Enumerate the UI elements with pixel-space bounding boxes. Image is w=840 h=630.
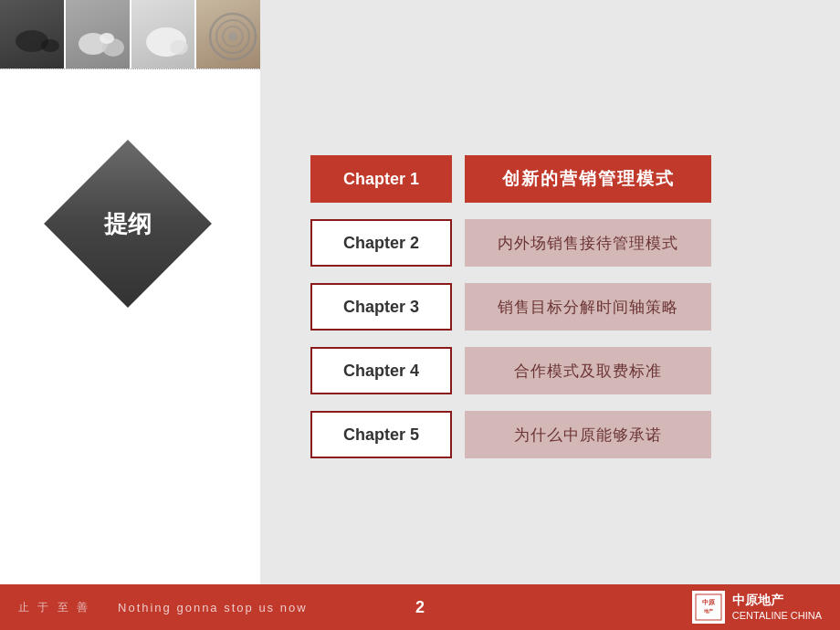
svg-point-6 bbox=[170, 40, 188, 55]
chapter-2-label[interactable]: Chapter 2 bbox=[310, 219, 452, 267]
logo-icon: 中原 地产 bbox=[692, 591, 725, 624]
chapter-3-desc: 销售目标分解时间轴策略 bbox=[465, 283, 711, 331]
chapter-2-desc: 内外场销售接待管理模式 bbox=[465, 219, 711, 267]
logo-text: 中原地产 CENTALINE CHINA bbox=[732, 592, 822, 624]
header-img-4 bbox=[196, 0, 260, 68]
footer-motto: 止 于 至 善 bbox=[18, 600, 90, 615]
header-strip bbox=[0, 0, 260, 68]
diamond-label: 提纲 bbox=[104, 208, 152, 240]
chapter-row-4[interactable]: Chapter 4 合作模式及取费标准 bbox=[310, 347, 711, 394]
diamond-container: 提纲 bbox=[46, 142, 210, 306]
chapter-5-desc: 为什么中原能够承诺 bbox=[465, 411, 711, 458]
svg-text:中原: 中原 bbox=[702, 598, 716, 605]
chapter-row-5[interactable]: Chapter 5 为什么中原能够承诺 bbox=[310, 411, 711, 458]
chapter-row-2[interactable]: Chapter 2 内外场销售接待管理模式 bbox=[310, 219, 711, 267]
chapter-row-1[interactable]: Chapter 1 创新的营销管理模式 bbox=[310, 155, 711, 203]
svg-point-10 bbox=[228, 32, 237, 41]
chapter-5-label[interactable]: Chapter 5 bbox=[310, 411, 452, 458]
header-img-2 bbox=[66, 0, 130, 68]
header-dotted-line bbox=[0, 68, 260, 69]
footer-logo: 中原 地产 中原地产 CENTALINE CHINA bbox=[692, 591, 822, 624]
chapter-row-3[interactable]: Chapter 3 销售目标分解时间轴策略 bbox=[310, 283, 711, 331]
chapter-4-desc: 合作模式及取费标准 bbox=[465, 347, 711, 394]
chapters-container: Chapter 1 创新的营销管理模式 Chapter 2 内外场销售接待管理模… bbox=[310, 155, 711, 458]
footer-slogan: Nothing gonna stop us now bbox=[118, 601, 308, 614]
footer-page-number: 2 bbox=[415, 598, 425, 617]
chapter-4-label[interactable]: Chapter 4 bbox=[310, 347, 452, 394]
chapter-3-label[interactable]: Chapter 3 bbox=[310, 283, 452, 331]
logo-english: CENTALINE CHINA bbox=[732, 610, 822, 621]
chapter-1-label[interactable]: Chapter 1 bbox=[310, 155, 452, 203]
logo-brand-name: 中原地产 bbox=[732, 592, 822, 610]
svg-text:地产: 地产 bbox=[703, 608, 713, 614]
header-img-3 bbox=[131, 0, 195, 68]
header-img-1 bbox=[0, 0, 64, 68]
svg-point-1 bbox=[41, 39, 59, 52]
svg-rect-11 bbox=[692, 591, 725, 624]
chapter-1-desc: 创新的营销管理模式 bbox=[465, 155, 711, 203]
footer: 止 于 至 善 Nothing gonna stop us now 2 中原 地… bbox=[0, 584, 840, 630]
svg-point-4 bbox=[100, 33, 114, 44]
